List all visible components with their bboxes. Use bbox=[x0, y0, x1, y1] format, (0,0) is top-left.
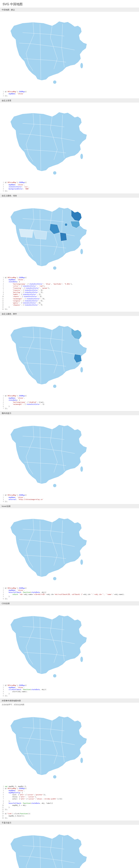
section-s3: 自定义颜色 - 省份 1$('#ChinaMap').SVGMap({ 2 ma… bbox=[0, 193, 139, 311]
section-s2: 自定义背景 1$('#ChinaMap').SVGMap({ 2 mapName… bbox=[0, 98, 139, 193]
svg-point-10 bbox=[80, 466, 83, 472]
code-block: 1$('#ChinaMap').SVGMap({ 2 mapName: 'chi… bbox=[0, 394, 139, 410]
section-header: 自定义背景 bbox=[0, 98, 139, 102]
code-block: 1$('#ChinaMap').SVGMap({ 2 mapName: 'chi… bbox=[0, 181, 139, 193]
svg-point-0 bbox=[53, 81, 56, 84]
china-map[interactable] bbox=[2, 199, 99, 276]
section-header: 不显示提示 bbox=[0, 820, 139, 825]
svg-point-12 bbox=[80, 559, 83, 565]
section-header: 额外的提示 bbox=[0, 411, 139, 415]
section-header: 中国地图 - 默认 bbox=[0, 8, 139, 12]
section-s1: 中国地图 - 默认 1$('#ChinaMap').SVGMap({ 2 map… bbox=[0, 8, 139, 98]
svg-point-4 bbox=[53, 266, 56, 270]
svg-point-15 bbox=[53, 775, 56, 779]
china-map[interactable] bbox=[2, 510, 99, 586]
section-s7: CSS回调 1$('#ChinaMap').SVGMap({ 2 mapName… bbox=[0, 601, 139, 698]
china-map[interactable] bbox=[2, 708, 99, 785]
section-s6: hover回调 1$('#ChinaMap').SVGMap({ 2 mapNa… bbox=[0, 504, 139, 600]
svg-point-13 bbox=[53, 674, 56, 678]
svg-point-3 bbox=[80, 154, 83, 159]
svg-point-8 bbox=[80, 367, 83, 373]
china-map[interactable] bbox=[2, 318, 99, 394]
svg-point-14 bbox=[80, 656, 83, 662]
section-header: 外部事件调用地图内部 bbox=[0, 699, 139, 703]
svg-point-9 bbox=[53, 484, 56, 487]
code-block: 1$('#ChinaMap').SVGMap({ 2 mapName: 'chi… bbox=[0, 90, 139, 98]
section-header: hover回调 bbox=[0, 504, 139, 508]
china-map[interactable] bbox=[2, 417, 99, 493]
svg-point-2 bbox=[53, 171, 56, 175]
section-s5: 额外的提示 1$('#ChinaMap').SVGMap({ 2 mapName… bbox=[0, 411, 139, 503]
china-map[interactable] bbox=[2, 827, 99, 868]
code-block: 1$('#ChinaMap').SVGMap({ 2 mapName: 'chi… bbox=[0, 493, 139, 503]
svg-point-5 bbox=[80, 249, 83, 254]
code-block: 1$('#ChinaMap').SVGMap({ 2 mapName: 'chi… bbox=[0, 586, 139, 600]
page-title: SVG 中国地图 bbox=[0, 0, 139, 8]
svg-point-11 bbox=[53, 577, 56, 580]
code-block: 1var mapObj_1, mapObj_2; 2$('#ChinaMap')… bbox=[0, 785, 139, 820]
code-block: 1$('#ChinaMap').SVGMap({ 2 mapName: 'chi… bbox=[0, 276, 139, 311]
section-header: 自定义颜色 - 事件 bbox=[0, 312, 139, 316]
svg-point-16 bbox=[80, 757, 83, 763]
svg-point-6 bbox=[65, 223, 67, 226]
china-map[interactable] bbox=[2, 104, 99, 181]
section-s4: 自定义颜色 - 事件 1$('#ChinaMap').SVGMap({ 2 ma… bbox=[0, 312, 139, 410]
china-map[interactable] bbox=[2, 607, 99, 684]
section-header: CSS回调 bbox=[0, 601, 139, 606]
code-block: 1$('#ChinaMap').SVGMap({ 2 mapName: 'chi… bbox=[0, 684, 139, 698]
section-s8: 外部事件调用地图内部点击此处即可，试试右边地图 1var mapObj_1, m… bbox=[0, 699, 139, 820]
section-s9: 不显示提示 1$('#ChinaMap').SVGMap({ 2 mapName… bbox=[0, 820, 139, 868]
svg-point-1 bbox=[80, 63, 83, 68]
china-map[interactable] bbox=[2, 13, 99, 90]
section-header: 自定义颜色 - 省份 bbox=[0, 193, 139, 198]
section-subtitle: 点击此处即可，试试右边地图 bbox=[0, 703, 139, 707]
svg-point-7 bbox=[53, 384, 56, 388]
